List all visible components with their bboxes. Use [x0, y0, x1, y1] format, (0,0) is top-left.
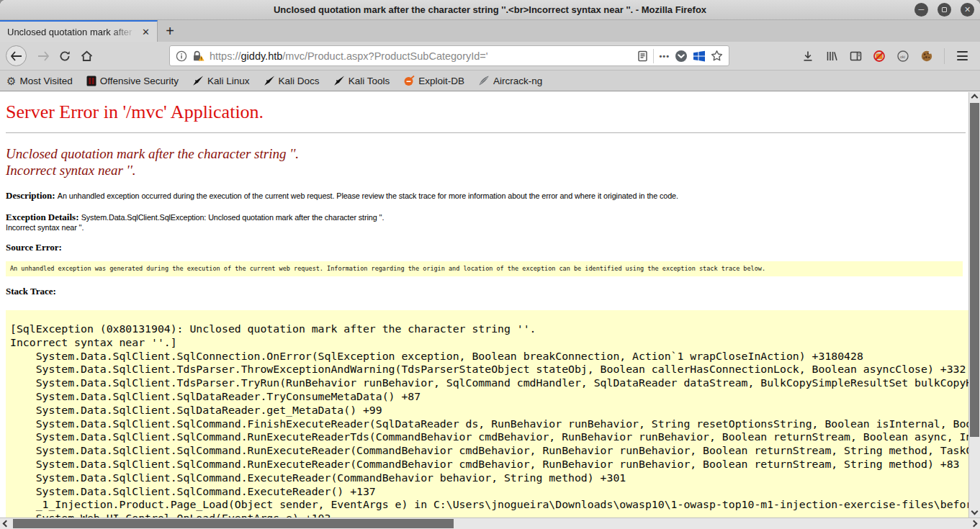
bookmark-kali-linux[interactable]: Kali Linux	[192, 75, 250, 86]
source-error-label: Source Error:	[6, 242, 963, 253]
home-icon	[81, 50, 93, 62]
stack-line: System.Data.SqlClient.SqlCommand.RunExec…	[10, 444, 980, 458]
stack-trace-label: Stack Trace:	[6, 286, 963, 297]
tab-strip: Unclosed quotation mark after the charac…	[0, 20, 980, 42]
exception-details-paragraph: Exception Details: System.Data.SqlClient…	[6, 212, 963, 232]
bookmark-label: Exploit-DB	[418, 76, 464, 86]
source-error-box: An unhandled exception was generated dur…	[6, 261, 963, 276]
bookmark-label: Kali Docs	[279, 76, 320, 86]
stack-line: System.Data.SqlClient.SqlCommand.Execute…	[10, 485, 980, 499]
exception-details-label: Exception Details:	[6, 212, 81, 222]
download-button[interactable]	[797, 45, 819, 67]
bookmark-label: Offensive Security	[100, 76, 179, 86]
reload-icon	[59, 50, 71, 62]
cookie-button[interactable]	[916, 45, 938, 67]
cookie-manager-icon: oki	[896, 50, 909, 63]
tab-title: Unclosed quotation mark after the charac…	[7, 27, 140, 37]
menu-icon	[957, 51, 968, 60]
url-input[interactable]: https://giddy.htb/mvc/Product.aspx?Produ…	[210, 50, 632, 62]
bookmark-kali-docs[interactable]: Kali Docs	[264, 75, 320, 86]
tab-active[interactable]: Unclosed quotation mark after the charac…	[0, 20, 158, 42]
url-bar[interactable]: https://giddy.htb/mvc/Product.aspx?Produ…	[169, 45, 729, 66]
back-button[interactable]	[6, 45, 27, 66]
svg-text:oki: oki	[900, 54, 905, 58]
scroll-left-icon[interactable]	[3, 520, 10, 528]
minimize-button[interactable]: ─	[914, 3, 928, 17]
stack-line: [SqlException (0x80131904): Unclosed quo…	[10, 322, 980, 336]
window-title: Unclosed quotation mark after the charac…	[274, 4, 706, 15]
reload-button[interactable]	[54, 45, 76, 67]
stack-line: System.Data.SqlClient.SqlDataReader.TryC…	[10, 390, 980, 404]
bookmark-label: Kali Linux	[207, 76, 250, 86]
description-paragraph: Description: An unhandled exception occu…	[6, 191, 963, 201]
stack-line: System.Data.SqlClient.SqlCommand.Execute…	[10, 471, 980, 485]
bookmark-label: Kali Tools	[349, 76, 390, 86]
stack-line: System.Data.SqlClient.SqlCommand.RunExec…	[10, 458, 980, 471]
scroll-up-icon[interactable]	[971, 94, 979, 101]
titlebar: Unclosed quotation mark after the charac…	[0, 0, 980, 20]
bookmark-label: Most Visited	[19, 76, 72, 86]
reader-mode-icon[interactable]	[637, 50, 648, 62]
new-tab-button[interactable]: +	[158, 20, 182, 42]
vertical-scrollbar-thumb[interactable]	[970, 103, 979, 437]
divider	[6, 132, 966, 133]
stack-line: _1_Injection.Product.Page_Load(Object se…	[10, 498, 980, 512]
error-subtitle: Unclosed quotation mark after the charac…	[6, 145, 963, 178]
forward-arrow-icon	[37, 51, 50, 61]
scroll-right-icon[interactable]	[971, 520, 978, 528]
insecure-lock-warning-icon[interactable]	[192, 50, 204, 62]
exploit-db-icon	[403, 75, 415, 86]
horizontal-scrollbar-thumb[interactable]	[13, 519, 454, 528]
toolbar-separator	[944, 48, 945, 64]
toolbar-right-cluster: oki	[797, 45, 976, 67]
stack-line: System.Data.SqlClient.SqlDataReader.get_…	[10, 404, 980, 417]
stack-line: System.Data.SqlClient.SqlCommand.FinishE…	[10, 417, 980, 431]
menu-button[interactable]	[951, 45, 973, 67]
urlbar-separator	[653, 49, 654, 63]
error-page-title: Server Error in '/mvc' Application.	[6, 101, 963, 123]
noscript-button[interactable]	[868, 45, 890, 67]
window-controls: ─ ✕	[914, 3, 974, 17]
bookmark-aircrack-ng[interactable]: Aircrack-ng	[478, 75, 542, 86]
kali-dagger-icon	[333, 75, 345, 86]
vertical-scrollbar[interactable]	[968, 92, 980, 517]
close-button[interactable]: ✕	[961, 3, 974, 17]
windows-extension-icon[interactable]	[693, 50, 706, 63]
stack-line: System.Data.SqlClient.TdsParser.TryRun(R…	[10, 376, 980, 390]
page-content: Server Error in '/mvc' Application. Uncl…	[0, 92, 980, 529]
horizontal-scrollbar[interactable]	[0, 517, 980, 529]
bookmark-star-icon[interactable]	[711, 50, 723, 62]
sidebar-icon	[850, 50, 862, 62]
bookmark-offensive-security[interactable]: Offensive Security	[86, 76, 179, 86]
cookie-manager-button[interactable]: oki	[892, 45, 914, 67]
bookmark-kali-tools[interactable]: Kali Tools	[333, 75, 390, 86]
home-button[interactable]	[76, 45, 97, 67]
info-icon[interactable]	[176, 50, 187, 62]
cookie-icon	[920, 50, 933, 63]
bookmark-most-visited[interactable]: ⚙ Most Visited	[6, 76, 73, 86]
error-subtitle-line2: Incorrect syntax near ''.	[6, 163, 135, 178]
firefox-window: Unclosed quotation mark after the charac…	[0, 0, 980, 529]
bookmark-label: Aircrack-ng	[493, 76, 542, 86]
bookmarks-toolbar: ⚙ Most Visited Offensive Security Kali L…	[0, 71, 980, 91]
sidebar-button[interactable]	[845, 45, 866, 67]
scroll-down-icon[interactable]	[971, 508, 979, 515]
stack-line: System.Data.SqlClient.SqlConnection.OnEr…	[10, 350, 980, 363]
stack-line: System.Data.SqlClient.TdsParser.ThrowExc…	[10, 363, 980, 376]
description-text: An unhandled exception occurred during t…	[58, 191, 678, 200]
page-actions-icon[interactable]: •••	[659, 52, 670, 60]
offensive-security-icon	[86, 76, 96, 86]
kali-dagger-icon	[192, 75, 204, 86]
stack-trace-box: [SqlException (0x80131904): Unclosed quo…	[6, 310, 980, 529]
stack-line: System.Data.SqlClient.SqlCommand.RunExec…	[10, 430, 980, 444]
library-button[interactable]	[821, 45, 842, 67]
maximize-icon	[942, 7, 947, 12]
exception-details-line2: Incorrect syntax near ''.	[6, 223, 84, 232]
aircrack-ng-icon	[478, 75, 490, 86]
maximize-button[interactable]	[938, 3, 951, 17]
stack-line: Incorrect syntax near ''.]	[10, 336, 980, 350]
tab-close-icon[interactable]: ✕	[140, 25, 152, 39]
forward-button[interactable]	[32, 45, 54, 67]
bookmark-exploit-db[interactable]: Exploit-DB	[403, 75, 464, 86]
pocket-icon[interactable]	[675, 50, 688, 63]
